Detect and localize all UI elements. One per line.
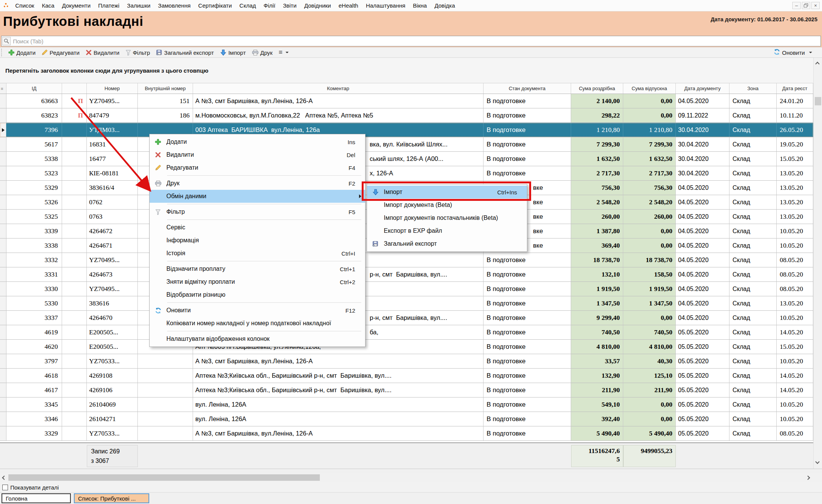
table-row[interactable]: 46184269108Аптека №3;Київська обл., Бари… [0,369,813,383]
column-header-3[interactable]: Номер [87,83,138,94]
table-row[interactable]: 5330383616В подготовке1 347,501 347,5004… [0,296,813,311]
horizontal-scrollbar[interactable] [0,473,822,482]
restore-button[interactable] [802,2,810,9]
menu-item-замовлення[interactable]: Замовлення [154,0,194,11]
context-menu-item[interactable]: Відзначити проплатуCtrl+1 [150,262,365,275]
context-menu-item[interactable]: Імпорт документів постачальників (Beta) [367,211,527,224]
table-row[interactable]: 33374264670р-н, смт Баришівка, вул....В … [0,311,813,325]
table-row[interactable]: 4620E200505...Апт №003 пгт.Барышевка, ул… [0,340,813,354]
toolbar-button-add[interactable]: Додати [5,48,38,57]
list-options-button[interactable]: ≡ [276,48,292,57]
context-menu-item[interactable]: Налаштувати відображення колонок [150,332,365,345]
menu-item-сертифікати[interactable]: Сертифікати [195,0,236,11]
table-row[interactable]: 3330YZ70495...В подготовке1 919,501 919,… [0,282,813,296]
context-menu-item[interactable]: ВидалитиDel [150,148,365,161]
cell-doc_date: 04.05.2020 [676,311,729,325]
context-menu-item[interactable]: ОновитиF12 [150,304,365,317]
context-menu-item[interactable]: Зняти відмітку проплатиCtrl+2 [150,275,365,288]
context-menu-item[interactable]: Загальний експорт [367,237,527,250]
scroll-right-icon[interactable] [806,475,810,480]
column-header-9[interactable]: Дата документу [676,83,729,94]
menu-item-платежі[interactable]: Платежі [94,0,123,11]
menu-item-ehealth[interactable]: eHealth [335,0,362,11]
horizontal-scrollbar-thumb[interactable] [8,474,320,481]
scroll-up-icon[interactable] [815,62,819,66]
table-row[interactable]: 63823П847479186м.Новомосковськ, вул.М.Го… [0,108,813,123]
vertical-scrollbar-thumb[interactable] [815,97,821,105]
menu-item-каса[interactable]: Каса [38,0,58,11]
show-details-checkbox[interactable] [2,485,8,490]
menu-item-склад[interactable]: Склад [236,0,260,11]
vertical-scrollbar[interactable] [813,58,822,469]
table-row[interactable]: 533816477ський шлях, 126-А (А00...В подг… [0,152,813,166]
toolbar-button-delete[interactable]: Видалити [83,48,123,57]
menu-item-вікна[interactable]: Вікна [409,0,431,11]
table-row[interactable]: 5323КІЕ-08181х, 126-АВ подготовке2 717,3… [0,166,813,181]
cell-zone: Склад [729,152,777,166]
toolbar-button-edit[interactable]: Редагувати [38,48,83,57]
group-by-panel[interactable]: Перетягніть заголовок колонки сюди для у… [0,58,813,83]
context-menu-item[interactable]: ІсторіяCtrl+I [150,247,365,260]
toolbar-grip[interactable] [1,49,3,56]
context-menu-item[interactable]: Експорт в EXP файл [367,224,527,237]
tab[interactable]: Головна [2,493,71,503]
column-header-5[interactable]: Коментар [193,83,484,94]
context-menu-item[interactable]: Сервіс [150,221,365,234]
menu-item-список[interactable]: Список [11,0,38,11]
scroll-left-icon[interactable] [2,475,6,480]
context-menu-item[interactable]: ФільтрF5 [150,205,365,218]
table-row[interactable]: 4619E200505...ба,В подготовке740,50740,5… [0,325,813,340]
menu-item-філії[interactable]: Філії [260,0,279,11]
column-header-10[interactable]: Зона [729,83,777,94]
cell-doc_date: 05.05.2020 [676,354,729,368]
cell-reg_date: 10.05.20 [777,224,813,238]
column-header-8[interactable]: Сума відпускна [623,83,676,94]
scroll-down-icon[interactable] [815,459,819,464]
menu-item-довідка[interactable]: Довідка [431,0,459,11]
table-row[interactable]: 561716831вка, вул. Київський Шлях...В по… [0,137,813,152]
tab-active[interactable]: Список: Прибуткові ... [74,493,149,503]
close-button[interactable]: × [811,2,820,9]
context-menu-item[interactable]: Копіювати номер накладної у номер податк… [150,317,365,330]
context-menu-item[interactable]: Інформація [150,234,365,247]
document-date-range: Дата документу: 01.06.2017 - 30.06.2025 [710,16,817,22]
context-menu-item[interactable]: Відобразити різницю [150,288,365,301]
context-menu-item[interactable]: ІмпортCtrl+Ins [367,186,527,199]
table-row[interactable]: 334526104069вул. Леніна, 126АВ подготовк… [0,397,813,412]
menu-item-залишки[interactable]: Залишки [123,0,155,11]
cell-retail: 18 738,70 [571,253,623,267]
context-menu-item[interactable]: Імпорт документа (Beta) [367,199,527,211]
menu-item-довідники[interactable]: Довідники [300,0,335,11]
table-row-selected[interactable]: 7396УТДМ03...003 Аптека БАРИШІВКА вул.Ле… [0,123,813,137]
table-row[interactable]: 3332YZ70495...В подготовке18 738,7018 73… [0,253,813,267]
minimize-button[interactable]: – [792,2,801,9]
table-row[interactable]: 46174269106Аптека №3;Київська обл., Бари… [0,383,813,397]
table-row[interactable]: 63663ПYZ70495...151А №3, смт Баришівка, … [0,94,813,108]
toolbar-button-export[interactable]: Загальний експорт [153,48,217,57]
refresh-button[interactable]: Оновити [774,49,822,56]
menu-item-звіти[interactable]: Звіти [279,0,300,11]
menu-item-налаштування[interactable]: Налаштування [362,0,409,11]
context-menu-item[interactable]: РедагуватиF4 [150,161,365,174]
toolbar-button-import[interactable]: Імпорт [217,48,249,57]
cell-flag [62,166,87,180]
toolbar-button-print[interactable]: Друк [249,48,276,57]
context-menu-item[interactable]: ДодатиIns [150,135,365,148]
column-header-2[interactable] [62,83,87,94]
table-row[interactable]: 33314264673р-н, смт Баришівка, вул....В … [0,267,813,282]
context-menu-item[interactable]: ДрукF2 [150,177,365,190]
cell-reg_date: 24.01.20 [777,94,813,108]
menu-item-документи[interactable]: Документи [58,0,94,11]
column-header-6[interactable]: Стан документа [484,83,571,94]
column-header-4[interactable]: Внутрішній номер [138,83,193,94]
context-menu-item[interactable]: Обмін даними [150,190,365,203]
column-header-1[interactable]: ІД [6,83,62,94]
table-row[interactable]: 3797YZ70533...А №3, смт Баришівка, вул.Л… [0,354,813,369]
column-header-7[interactable]: Сума роздрібна [571,83,623,94]
table-row[interactable]: 3329YZ70533...А №3, смт Баришівка, вул.Л… [0,426,813,441]
table-row[interactable]: 334626104271вул. Леніна, 126АВ подготовк… [0,412,813,426]
table-corner-icon[interactable]: ≡ [0,83,6,94]
column-header-11[interactable]: Дата реєст [777,83,813,94]
toolbar-button-filter[interactable]: Фільтр [123,48,153,57]
search-input[interactable] [11,38,820,45]
